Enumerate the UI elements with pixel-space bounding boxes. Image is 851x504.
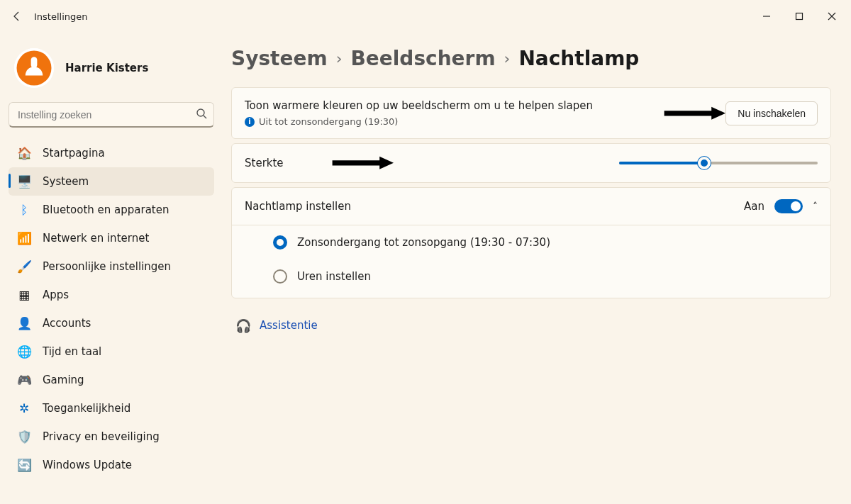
- titlebar: Instellingen: [0, 0, 851, 33]
- gamepad-icon: 🎮: [17, 373, 31, 387]
- annotation-arrow-icon: [330, 155, 394, 171]
- enable-now-button[interactable]: Nu inschakelen: [725, 101, 818, 125]
- update-icon: 🔄: [17, 458, 31, 472]
- sidebar-item-update[interactable]: 🔄Windows Update: [9, 451, 214, 479]
- schedule-title: Nachtlamp instellen: [245, 200, 744, 213]
- radio-indicator: [273, 269, 287, 284]
- breadcrumb-p2[interactable]: Beeldscherm: [350, 47, 495, 70]
- intro-card: Toon warmere kleuren op uw beeldscherm o…: [231, 87, 831, 139]
- breadcrumb: Systeem › Beeldscherm › Nachtlamp: [231, 47, 831, 70]
- search-input[interactable]: [9, 102, 214, 128]
- minimize-button[interactable]: [750, 2, 783, 30]
- info-icon: i: [245, 117, 255, 127]
- strength-card: Sterkte: [231, 143, 831, 183]
- sidebar-item-gaming[interactable]: 🎮Gaming: [9, 366, 214, 394]
- main: Systeem › Beeldscherm › Nachtlamp Toon w…: [220, 33, 851, 504]
- person-icon: 👤: [17, 316, 31, 330]
- svg-point-4: [197, 109, 204, 116]
- sidebar-item-label: Startpagina: [43, 147, 105, 159]
- search: [9, 102, 214, 128]
- schedule-options: Zonsondergang tot zonsopgang (19:30 - 07…: [232, 225, 830, 298]
- radio-label: Zonsondergang tot zonsopgang (19:30 - 07…: [297, 236, 550, 249]
- bluetooth-icon: ᛒ: [17, 203, 31, 217]
- chevron-right-icon: ›: [336, 50, 343, 67]
- svg-rect-1: [796, 13, 803, 20]
- sidebar-item-label: Tijd en taal: [43, 345, 101, 358]
- radio-sunset-sunrise[interactable]: Zonsondergang tot zonsopgang (19:30 - 07…: [273, 235, 818, 250]
- sidebar-item-persoonlijk[interactable]: 🖌️Persoonlijke instellingen: [9, 252, 214, 281]
- sidebar-item-privacy[interactable]: 🛡️Privacy en beveiliging: [9, 422, 214, 451]
- system-icon: 🖥️: [17, 174, 31, 189]
- sidebar-item-startpagina[interactable]: 🏠Startpagina: [9, 139, 214, 167]
- search-icon: [196, 108, 207, 122]
- svg-marker-7: [711, 107, 725, 120]
- breadcrumb-current: Nachtlamp: [518, 47, 639, 70]
- svg-marker-9: [379, 157, 394, 169]
- schedule-toggle[interactable]: [774, 199, 803, 213]
- profile-name: Harrie Kisters: [65, 62, 148, 74]
- avatar: [14, 48, 54, 88]
- home-icon: 🏠: [17, 146, 31, 160]
- sidebar-item-label: Bluetooth en apparaten: [43, 203, 169, 216]
- svg-rect-3: [31, 57, 38, 68]
- wifi-icon: 📶: [17, 231, 31, 245]
- intro-sub: Uit tot zonsondergang (19:30): [259, 116, 398, 127]
- radio-set-hours[interactable]: Uren instellen: [273, 269, 818, 284]
- sidebar-item-tijd[interactable]: 🌐Tijd en taal: [9, 337, 214, 366]
- schedule-header[interactable]: Nachtlamp instellen Aan ˄: [232, 188, 830, 225]
- assist-label: Assistentie: [260, 319, 318, 332]
- strength-label: Sterkte: [245, 157, 330, 169]
- sidebar-item-label: Persoonlijke instellingen: [43, 260, 171, 273]
- sidebar-item-bluetooth[interactable]: ᛒBluetooth en apparaten: [9, 196, 214, 224]
- close-button[interactable]: [816, 2, 848, 30]
- accessibility-icon: ✲: [17, 401, 31, 415]
- apps-icon: ▦: [17, 288, 31, 302]
- sidebar-item-label: Netwerk en internet: [43, 232, 149, 245]
- nav: 🏠Startpagina 🖥️Systeem ᛒBluetooth en app…: [9, 139, 214, 479]
- sidebar-item-accounts[interactable]: 👤Accounts: [9, 309, 214, 337]
- chevron-up-icon: ˄: [813, 201, 818, 212]
- sidebar-item-label: Windows Update: [43, 459, 132, 471]
- clock-icon: 🌐: [17, 345, 31, 359]
- radio-label: Uren instellen: [297, 270, 371, 283]
- assist-link[interactable]: 🎧 Assistentie: [231, 318, 831, 333]
- shield-icon: 🛡️: [17, 430, 31, 444]
- sidebar-item-label: Systeem: [43, 175, 89, 188]
- sidebar-item-label: Toegankelijkheid: [43, 402, 130, 415]
- strength-slider[interactable]: [619, 156, 818, 170]
- intro-title: Toon warmere kleuren op uw beeldscherm o…: [245, 99, 662, 112]
- sidebar: Harrie Kisters 🏠Startpagina 🖥️Systeem ᛒB…: [0, 33, 220, 504]
- sidebar-item-label: Accounts: [43, 317, 91, 330]
- schedule-card: Nachtlamp instellen Aan ˄ Zonsondergang …: [231, 187, 831, 298]
- headset-icon: 🎧: [235, 318, 251, 333]
- slider-thumb[interactable]: [698, 157, 711, 169]
- svg-line-5: [204, 116, 206, 118]
- schedule-state: Aan: [744, 200, 764, 213]
- sidebar-item-systeem[interactable]: 🖥️Systeem: [9, 167, 214, 196]
- sidebar-item-label: Privacy en beveiliging: [43, 430, 160, 443]
- sidebar-item-toegankelijkheid[interactable]: ✲Toegankelijkheid: [9, 394, 214, 422]
- breadcrumb-p1[interactable]: Systeem: [231, 47, 328, 70]
- back-button[interactable]: [3, 2, 31, 30]
- sidebar-item-label: Apps: [43, 289, 69, 301]
- brush-icon: 🖌️: [17, 259, 31, 274]
- profile[interactable]: Harrie Kisters: [9, 35, 214, 96]
- window-title: Instellingen: [34, 11, 88, 22]
- sidebar-item-netwerk[interactable]: 📶Netwerk en internet: [9, 224, 214, 252]
- chevron-right-icon: ›: [504, 50, 511, 67]
- radio-indicator: [273, 235, 287, 250]
- sidebar-item-apps[interactable]: ▦Apps: [9, 281, 214, 309]
- annotation-arrow-icon: [662, 106, 725, 121]
- maximize-button[interactable]: [783, 2, 816, 30]
- sidebar-item-label: Gaming: [43, 374, 84, 386]
